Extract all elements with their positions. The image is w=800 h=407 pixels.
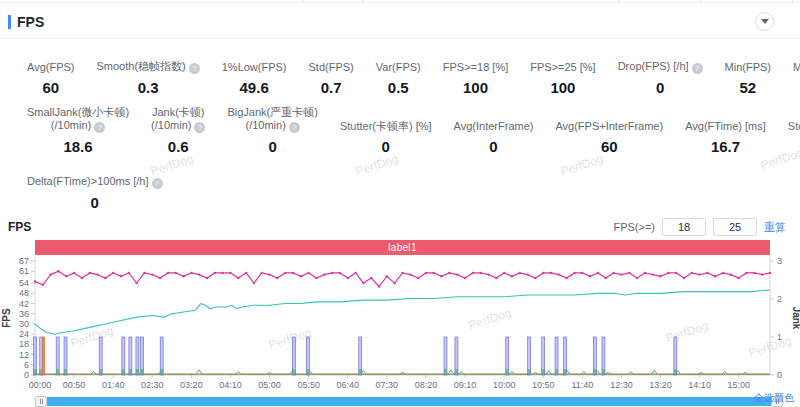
section-accent-bar xyxy=(8,15,11,29)
svg-text:03:20: 03:20 xyxy=(180,380,203,390)
svg-text:00:00: 00:00 xyxy=(29,380,52,390)
stat-value: 16.7 xyxy=(685,133,766,161)
help-icon[interactable]: ? xyxy=(194,122,205,133)
stats-row-1: Avg(FPS)60Smooth(稳帧指数)?0.31%Low(FPS)49.6… xyxy=(16,47,800,102)
stat-value: 0 xyxy=(454,133,534,161)
stat-label: Drop(FPS) [/h]? xyxy=(618,48,703,74)
stat-value: 100 xyxy=(443,74,508,102)
fps-jank-chart[interactable]: 67615448423630241812603210FPSJank00:0000… xyxy=(0,255,800,393)
scrollbar-bar[interactable] xyxy=(47,397,771,406)
stat-value: 60 xyxy=(27,74,74,102)
stat-value: 0 xyxy=(27,189,163,217)
stat-value: 0 xyxy=(618,74,703,102)
svg-text:1: 1 xyxy=(777,332,782,342)
svg-text:11:40: 11:40 xyxy=(571,380,593,390)
stat-value: 18.6 xyxy=(27,133,129,161)
help-icon[interactable]: ? xyxy=(692,63,703,74)
svg-text:0: 0 xyxy=(777,370,782,380)
chart-header: FPS FPS(>=) 重算 xyxy=(0,218,800,238)
svg-text:00:50: 00:50 xyxy=(63,380,86,390)
stat-value: 100 xyxy=(530,74,595,102)
svg-text:Jank: Jank xyxy=(791,307,800,330)
stat-value: 0.6 xyxy=(151,133,205,161)
section-header: FPS xyxy=(0,3,800,33)
stat-label: Avg(InterFrame) xyxy=(454,107,534,133)
stat-value: 49.6 xyxy=(222,74,287,102)
chart-area: 67615448423630241812603210FPSJank00:0000… xyxy=(0,255,800,393)
stat-label: Jank(卡顿)(/10min)? xyxy=(151,106,205,133)
help-icon[interactable]: ? xyxy=(189,63,200,74)
fps-threshold-input-2[interactable] xyxy=(713,218,757,236)
stat-label: Std(FPS) xyxy=(309,48,354,74)
svg-text:10:50: 10:50 xyxy=(532,380,555,390)
stat-value: 0.7 xyxy=(309,74,354,102)
fps-threshold-control: FPS(>=) 重算 xyxy=(613,218,786,236)
stat-label: SmallJank(微小卡顿)(/10min)? xyxy=(27,106,129,133)
label-banner: label1 xyxy=(35,240,770,255)
stat-label: Avg(FTime) [ms] xyxy=(685,107,766,133)
svg-text:08:20: 08:20 xyxy=(415,380,438,390)
collapse-button[interactable] xyxy=(755,12,774,31)
label-banner-text: label1 xyxy=(388,242,417,253)
stat-value: 0 xyxy=(340,133,432,161)
stat-item: Smooth(稳帧指数)?0.3 xyxy=(85,48,210,102)
stat-item: Delta(FTime)>100ms [/h]?0 xyxy=(16,163,174,217)
svg-text:05:00: 05:00 xyxy=(258,380,281,390)
stat-label: Min(FPS) xyxy=(725,48,771,74)
chevron-down-icon xyxy=(761,19,769,24)
stat-value: 1.1 xyxy=(788,133,800,161)
svg-text:3: 3 xyxy=(777,256,782,266)
stat-label: Median(FPS) xyxy=(793,48,800,74)
fps-threshold-input-1[interactable] xyxy=(662,218,706,236)
stat-label: Smooth(稳帧指数)? xyxy=(96,48,199,74)
svg-text:61: 61 xyxy=(19,266,29,276)
stat-item: Avg(FPS+InterFrame)60 xyxy=(544,107,674,161)
svg-text:06:40: 06:40 xyxy=(337,380,360,390)
svg-text:04:10: 04:10 xyxy=(219,380,242,390)
stat-item: BigJank(严重卡顿)(/10min)?0 xyxy=(216,106,328,161)
svg-text:0: 0 xyxy=(24,370,29,380)
stat-value: 60 xyxy=(793,74,800,102)
svg-text:30: 30 xyxy=(19,319,29,329)
stat-label: BigJank(严重卡顿)(/10min)? xyxy=(227,106,317,133)
stat-label: Avg(FPS+InterFrame) xyxy=(555,107,663,133)
stat-item: Median(FPS)60 xyxy=(782,48,800,102)
scrollbar-left-handle[interactable] xyxy=(35,396,47,407)
stats-row-2: SmallJank(微小卡顿)(/10min)?18.6Jank(卡顿)(/10… xyxy=(16,106,800,161)
perfdog-fps-report-card: FPS Avg(FPS)60Smooth(稳帧指数)?0.31%Low(FPS)… xyxy=(0,0,800,407)
recalc-link[interactable]: 重算 xyxy=(764,220,786,235)
chart-scrollbar[interactable] xyxy=(35,396,783,407)
select-all-colors-link[interactable]: 全选颜色 xyxy=(754,391,794,405)
svg-text:2: 2 xyxy=(777,294,782,304)
svg-text:02:30: 02:30 xyxy=(141,380,164,390)
svg-text:13:20: 13:20 xyxy=(649,380,672,390)
svg-text:36: 36 xyxy=(19,309,29,319)
svg-text:18: 18 xyxy=(19,339,29,349)
threshold-label: FPS(>=) xyxy=(613,221,655,233)
svg-text:12:30: 12:30 xyxy=(610,380,633,390)
stat-item: Avg(FPS)60 xyxy=(16,48,85,102)
stat-item: Min(FPS)52 xyxy=(714,48,782,102)
grip-icon xyxy=(40,399,43,404)
svg-text:42: 42 xyxy=(19,299,29,309)
stat-item: Avg(InterFrame)0 xyxy=(443,107,545,161)
svg-text:05:50: 05:50 xyxy=(297,380,320,390)
svg-text:09:10: 09:10 xyxy=(454,380,477,390)
stat-label: 1%Low(FPS) xyxy=(222,48,287,74)
stat-item: Drop(FPS) [/h]?0 xyxy=(607,48,714,102)
help-icon[interactable]: ? xyxy=(94,122,105,133)
stat-value: 52 xyxy=(725,74,771,102)
section-title: FPS xyxy=(17,14,44,30)
stat-value: 60 xyxy=(555,133,663,161)
help-icon[interactable]: ? xyxy=(152,178,163,189)
svg-text:15:00: 15:00 xyxy=(727,380,750,390)
stat-label: FPS>=25 [%] xyxy=(530,48,595,74)
svg-text:67: 67 xyxy=(19,256,29,266)
stat-item: Std(FPS)0.7 xyxy=(298,48,365,102)
svg-text:01:40: 01:40 xyxy=(102,380,125,390)
stats-panel: Avg(FPS)60Smooth(稳帧指数)?0.31%Low(FPS)49.6… xyxy=(0,39,800,217)
stat-value: 0.3 xyxy=(96,74,199,102)
stat-label: Var(FPS) xyxy=(376,48,421,74)
stat-item: SmallJank(微小卡顿)(/10min)?18.6 xyxy=(16,106,140,161)
help-icon[interactable]: ? xyxy=(289,122,300,133)
